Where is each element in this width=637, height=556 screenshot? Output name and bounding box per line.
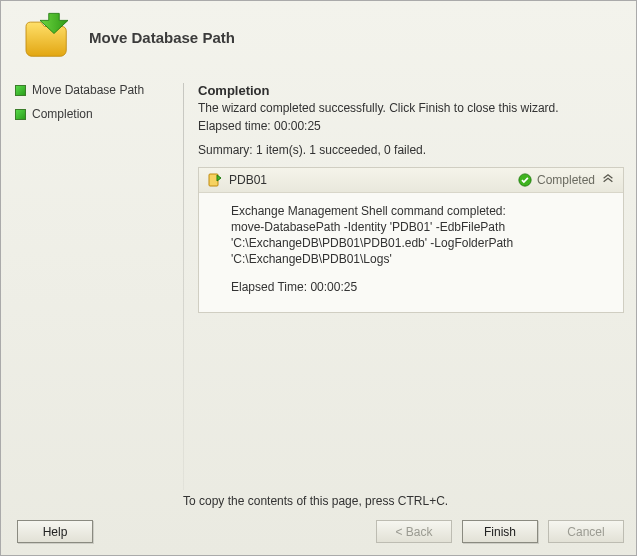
cancel-button: Cancel	[548, 520, 624, 543]
item-elapsed-value: 00:00:25	[310, 280, 357, 294]
sidebar-step-completion[interactable]: Completion	[15, 107, 173, 121]
wizard-main: Completion The wizard completed successf…	[198, 83, 624, 490]
back-button: < Back	[376, 520, 452, 543]
completion-message: The wizard completed successfully. Click…	[198, 100, 624, 116]
folder-arrow-icon	[19, 9, 75, 65]
step-label: Move Database Path	[32, 83, 144, 97]
vertical-divider	[183, 83, 184, 490]
result-item-body: Exchange Management Shell command comple…	[199, 193, 623, 312]
result-item-header[interactable]: PDB01 Completed	[199, 168, 623, 193]
wizard-dialog: Move Database Path Move Database Path Co…	[0, 0, 637, 556]
elapsed-time: Elapsed time: 00:00:25	[198, 118, 624, 134]
elapsed-label: Elapsed time:	[198, 119, 271, 133]
chevron-up-icon[interactable]	[601, 173, 615, 187]
summary-line: Summary: 1 item(s). 1 succeeded, 0 faile…	[198, 142, 624, 158]
help-button[interactable]: Help	[17, 520, 93, 543]
wizard-title: Move Database Path	[89, 29, 235, 46]
wizard-sidebar: Move Database Path Completion	[15, 83, 173, 490]
button-bar: Help < Back Finish Cancel	[1, 514, 636, 555]
check-circle-icon	[518, 173, 532, 187]
cmd-line: move-DatabasePath -Identity 'PDB01' -Edb…	[231, 219, 613, 235]
cmd-line: Exchange Management Shell command comple…	[231, 203, 613, 219]
result-item-status: Completed	[518, 173, 595, 187]
item-elapsed-label: Elapsed Time:	[231, 280, 307, 294]
footer-hint: To copy the contents of this page, press…	[1, 490, 636, 514]
section-title: Completion	[198, 83, 624, 98]
step-complete-icon	[15, 109, 26, 120]
cmd-line: 'C:\ExchangeDB\PDB01\PDB01.edb' -LogFold…	[231, 235, 613, 251]
step-complete-icon	[15, 85, 26, 96]
item-elapsed: Elapsed Time: 00:00:25	[231, 279, 613, 295]
step-label: Completion	[32, 107, 93, 121]
finish-button[interactable]: Finish	[462, 520, 538, 543]
status-label: Completed	[537, 173, 595, 187]
cmd-line: 'C:\ExchangeDB\PDB01\Logs'	[231, 251, 613, 267]
sidebar-step-move-database-path[interactable]: Move Database Path	[15, 83, 173, 97]
header: Move Database Path	[1, 1, 636, 83]
result-item: PDB01 Completed	[198, 167, 624, 313]
database-icon	[207, 172, 223, 188]
result-item-name: PDB01	[229, 173, 512, 187]
elapsed-value: 00:00:25	[274, 119, 321, 133]
